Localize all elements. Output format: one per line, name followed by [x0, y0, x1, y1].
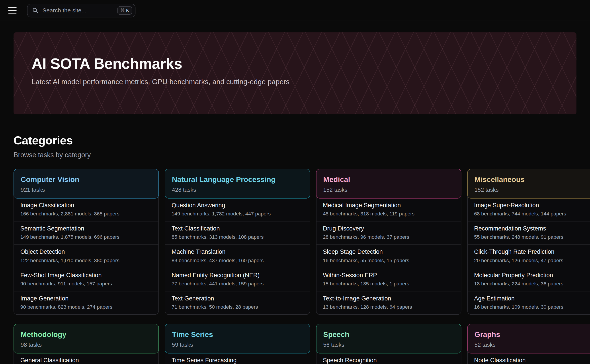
category-task-count: 428 tasks: [172, 186, 303, 193]
site-search-input[interactable]: [42, 7, 117, 14]
task-name[interactable]: Question Answering: [172, 202, 303, 209]
task-row[interactable]: Molecular Property Prediction18 benchmar…: [468, 268, 590, 291]
category-task-count: 59 tasks: [172, 341, 303, 348]
task-row[interactable]: Object Detection122 benchmarks, 1,010 mo…: [14, 244, 159, 268]
task-row[interactable]: Image Super-Resolution68 benchmarks, 744…: [468, 198, 590, 221]
task-stats: 55 benchmarks, 248 models, 91 papers: [474, 234, 590, 240]
task-stats: 90 benchmarks, 823 models, 274 papers: [20, 304, 152, 310]
category-card-header[interactable]: Time Series 59 tasks: [165, 324, 310, 353]
task-name[interactable]: Text Generation: [172, 295, 303, 302]
task-name[interactable]: Age Estimation: [474, 295, 590, 302]
hamburger-icon: [8, 13, 16, 13]
site-search[interactable]: ⌘ K: [27, 4, 135, 17]
task-row[interactable]: Machine Translation83 benchmarks, 437 mo…: [165, 244, 310, 268]
search-icon: [32, 7, 38, 13]
task-stats: 15 benchmarks, 135 models, 1 papers: [323, 280, 455, 287]
task-row[interactable]: Named Entity Recognition (NER)77 benchma…: [165, 268, 310, 291]
task-stats: 85 benchmarks, 313 models, 108 papers: [172, 234, 303, 240]
task-name[interactable]: Object Detection: [20, 248, 152, 256]
topbar: ⌘ K: [0, 0, 590, 21]
task-row[interactable]: Within-Session ERP15 benchmarks, 135 mod…: [317, 268, 461, 291]
task-name[interactable]: Sleep Stage Detection: [323, 248, 455, 256]
task-name[interactable]: Few-Shot Image Classification: [20, 272, 152, 279]
category-card: Natural Language Processing 428 tasks Qu…: [165, 169, 310, 315]
category-card: Methodology 98 tasks General Classificat…: [13, 324, 159, 364]
task-stats: 28 benchmarks, 96 models, 37 papers: [323, 234, 455, 240]
task-stats: 122 benchmarks, 1,010 models, 380 papers: [20, 257, 152, 264]
task-name[interactable]: Drug Discovery: [323, 225, 455, 233]
task-row[interactable]: Few-Shot Image Classification90 benchmar…: [14, 268, 159, 291]
category-card: Computer Vision 921 tasks Image Classifi…: [13, 169, 159, 315]
hamburger-icon: [8, 7, 16, 8]
category-title: Speech: [323, 330, 454, 339]
task-list: Image Classification166 benchmarks, 2,88…: [14, 198, 159, 314]
task-name[interactable]: Click-Through Rate Prediction: [474, 248, 590, 256]
category-card-header[interactable]: Natural Language Processing 428 tasks: [165, 169, 310, 199]
category-card-header[interactable]: Computer Vision 921 tasks: [13, 169, 159, 199]
task-row[interactable]: Sleep Stage Detection16 benchmarks, 55 m…: [317, 244, 461, 268]
task-row[interactable]: Speech Recognition: [317, 353, 461, 364]
task-name[interactable]: Medical Image Segmentation: [323, 202, 455, 209]
category-card-header[interactable]: Medical 152 tasks: [316, 169, 461, 199]
task-stats: 16 benchmarks, 55 models, 15 papers: [323, 257, 455, 264]
task-row[interactable]: Medical Image Segmentation48 benchmarks,…: [317, 198, 461, 221]
task-row[interactable]: Node Classification: [468, 353, 590, 364]
task-name[interactable]: Image Generation: [20, 295, 152, 302]
task-row[interactable]: Image Generation90 benchmarks, 823 model…: [14, 291, 159, 314]
task-name[interactable]: Node Classification: [474, 357, 590, 364]
task-row[interactable]: Semantic Segmentation149 benchmarks, 1,8…: [14, 221, 159, 244]
category-title: Time Series: [172, 330, 303, 339]
task-name[interactable]: Molecular Property Prediction: [474, 272, 590, 279]
category-card: Medical 152 tasks Medical Image Segmenta…: [316, 169, 461, 315]
task-name[interactable]: Named Entity Recognition (NER): [172, 272, 303, 279]
task-name[interactable]: Image Super-Resolution: [474, 202, 590, 209]
task-row[interactable]: Question Answering149 benchmarks, 1,782 …: [165, 198, 310, 221]
task-row[interactable]: Age Estimation16 benchmarks, 109 models,…: [468, 291, 590, 314]
task-stats: 18 benchmarks, 224 models, 36 papers: [474, 280, 590, 287]
task-stats: 68 benchmarks, 744 models, 144 papers: [474, 211, 590, 217]
task-name[interactable]: Recommendation Systems: [474, 225, 590, 233]
page: ⌘ K AI SOTA Benchmarks Latest AI model p…: [0, 0, 590, 364]
task-name[interactable]: Time Series Forecasting: [172, 357, 303, 364]
task-name[interactable]: Image Classification: [20, 202, 152, 209]
task-row[interactable]: Click-Through Rate Prediction20 benchmar…: [468, 244, 590, 268]
task-stats: 166 benchmarks, 2,881 models, 865 papers: [20, 211, 152, 217]
category-task-count: 152 tasks: [475, 186, 590, 193]
task-row[interactable]: Recommendation Systems55 benchmarks, 248…: [468, 221, 590, 244]
category-card-header[interactable]: Graphs 52 tasks: [467, 324, 590, 353]
task-row[interactable]: Text Classification85 benchmarks, 313 mo…: [165, 221, 310, 244]
category-card-header[interactable]: Miscellaneous 152 tasks: [467, 169, 590, 199]
task-row[interactable]: Text Generation71 benchmarks, 50 models,…: [165, 291, 310, 314]
task-stats: 71 benchmarks, 50 models, 28 papers: [172, 304, 303, 310]
task-row[interactable]: Drug Discovery28 benchmarks, 96 models, …: [317, 221, 461, 244]
category-card-header[interactable]: Speech 56 tasks: [316, 324, 461, 353]
task-stats: 48 benchmarks, 318 models, 119 papers: [323, 211, 455, 217]
page-title: AI SOTA Benchmarks: [32, 55, 558, 72]
task-stats: 16 benchmarks, 109 models, 30 papers: [474, 304, 590, 310]
task-row[interactable]: Image Classification166 benchmarks, 2,88…: [14, 198, 159, 221]
category-card: Graphs 52 tasks Node Classification: [467, 324, 590, 364]
task-stats: 20 benchmarks, 126 models, 47 papers: [474, 257, 590, 264]
task-name[interactable]: Machine Translation: [172, 248, 303, 256]
task-row[interactable]: General Classification: [14, 353, 159, 364]
menu-button[interactable]: [8, 6, 18, 15]
task-stats: 149 benchmarks, 1,875 models, 696 papers: [20, 234, 152, 240]
task-name[interactable]: Text Classification: [172, 225, 303, 233]
task-stats: 90 benchmarks, 911 models, 157 papers: [20, 280, 152, 287]
task-row[interactable]: Time Series Forecasting: [165, 353, 310, 364]
task-name[interactable]: General Classification: [20, 357, 152, 364]
task-name[interactable]: Text-to-Image Generation: [323, 295, 455, 302]
task-name[interactable]: Within-Session ERP: [323, 272, 455, 279]
category-card: Miscellaneous 152 tasks Image Super-Reso…: [467, 169, 590, 315]
task-name[interactable]: Speech Recognition: [323, 357, 455, 364]
category-title: Computer Vision: [21, 175, 152, 184]
categories-section-header: Categories Browse tasks by category: [13, 134, 577, 159]
category-task-count: 152 tasks: [323, 186, 454, 193]
category-card-header[interactable]: Methodology 98 tasks: [13, 324, 159, 353]
task-stats: 77 benchmarks, 441 models, 159 papers: [172, 280, 303, 287]
task-row[interactable]: Text-to-Image Generation13 benchmarks, 1…: [317, 291, 461, 314]
categories-heading: Categories: [13, 134, 577, 148]
category-task-count: 98 tasks: [21, 341, 152, 348]
category-title: Natural Language Processing: [172, 175, 303, 184]
task-name[interactable]: Semantic Segmentation: [20, 225, 152, 233]
